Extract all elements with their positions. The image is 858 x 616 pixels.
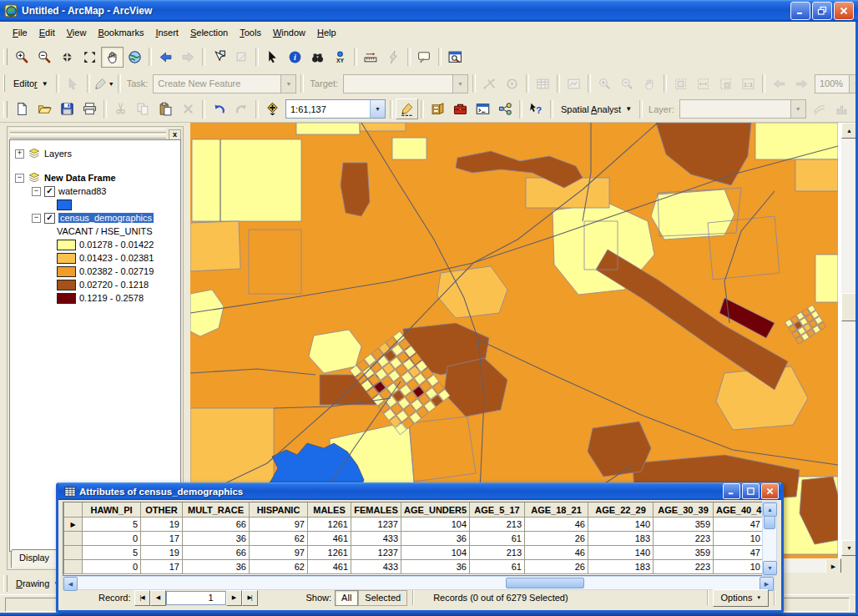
cell[interactable]: 461	[308, 532, 351, 546]
cell[interactable]: 26	[525, 532, 588, 546]
cell[interactable]: 0	[83, 532, 141, 546]
fixed-zoom-out-button[interactable]	[78, 47, 101, 68]
symbol-swatch[interactable]	[57, 199, 72, 210]
toc-item-census-demographics[interactable]: −✓census_demographics	[10, 211, 180, 225]
cell[interactable]: 47	[714, 546, 764, 560]
cell[interactable]: 36	[183, 560, 250, 574]
cell[interactable]: 17	[141, 532, 183, 546]
cell[interactable]: 10	[714, 532, 764, 546]
modelbuilder-button[interactable]	[494, 98, 517, 119]
cell[interactable]: 1261	[308, 518, 351, 532]
row-selector[interactable]	[64, 532, 83, 546]
column-header-age-40-49[interactable]: AGE_40_49	[714, 502, 764, 518]
cell[interactable]: 213	[470, 546, 525, 560]
magnifier-window-button[interactable]	[444, 47, 467, 68]
menu-view[interactable]: View	[61, 24, 93, 41]
cell[interactable]: 433	[351, 532, 401, 546]
layer-checkbox[interactable]: ✓	[44, 213, 55, 224]
legend-item[interactable]: 0.01423 - 0.02381	[10, 251, 180, 265]
attr-maximize-button[interactable]	[742, 483, 760, 499]
cell[interactable]: 19	[141, 546, 183, 560]
arctoolbox-button[interactable]	[449, 98, 472, 119]
legend-item[interactable]: 0.02720 - 0.1218	[10, 278, 180, 291]
menu-selection[interactable]: Selection	[184, 24, 234, 41]
toc-item-new-data-frame[interactable]: −New Data Frame	[10, 171, 180, 184]
toc-grip[interactable]: x	[8, 129, 183, 140]
cell[interactable]: 183	[588, 532, 654, 546]
paste-button[interactable]	[154, 98, 177, 119]
layer-symbol-row[interactable]	[10, 198, 180, 211]
cell[interactable]: 223	[654, 532, 714, 546]
symbol-swatch[interactable]	[57, 293, 76, 304]
cell[interactable]: 140	[588, 546, 654, 560]
spatial-analyst-menu[interactable]: Spatial Analyst▼	[556, 102, 637, 117]
expand-box-icon[interactable]: −	[32, 187, 41, 196]
legend-item[interactable]: 0.02382 - 0.02719	[10, 265, 180, 278]
symbol-swatch[interactable]	[57, 280, 76, 290]
tab-display[interactable]: Display	[11, 549, 58, 568]
last-record-button[interactable]: ▶|	[242, 590, 258, 606]
menu-bookmarks[interactable]: Bookmarks	[92, 24, 149, 41]
expand-box-icon[interactable]: −	[15, 174, 24, 183]
new-map-button[interactable]	[11, 98, 33, 119]
cell[interactable]: 62	[250, 560, 308, 574]
legend-item[interactable]: 0.01278 - 0.01422	[10, 238, 180, 251]
cell[interactable]: 359	[654, 546, 714, 560]
close-button[interactable]	[834, 2, 854, 20]
expand-box-icon[interactable]: +	[15, 149, 24, 159]
cell[interactable]: 66	[183, 518, 250, 532]
cell[interactable]: 0	[83, 560, 141, 574]
editor-toolbar-toggle-button[interactable]	[396, 98, 418, 119]
cell[interactable]: 46	[525, 518, 588, 532]
go-to-xy-button[interactable]: XY	[329, 47, 351, 68]
identify-button[interactable]: i	[284, 47, 306, 68]
menu-tools[interactable]: Tools	[234, 24, 267, 41]
save-button[interactable]	[56, 98, 78, 119]
attr-hscroll-thumb[interactable]	[506, 578, 584, 588]
fixed-zoom-in-button[interactable]	[56, 47, 78, 68]
column-header-mult-race[interactable]: MULT_RACE	[183, 502, 250, 518]
row-selector[interactable]: ▶	[64, 518, 83, 532]
cell[interactable]: 104	[401, 518, 470, 532]
previous-record-button[interactable]: ◀	[150, 590, 166, 606]
menu-help[interactable]: Help	[311, 24, 342, 41]
options-button[interactable]: Options ▾	[713, 589, 769, 607]
expand-box-icon[interactable]: −	[32, 214, 41, 223]
column-header-age-under5[interactable]: AGE_UNDER5	[401, 502, 470, 518]
attr-scroll-down-button[interactable]: ▼	[763, 561, 777, 575]
cell[interactable]: 433	[351, 560, 401, 574]
restore-button[interactable]	[812, 2, 832, 20]
cell[interactable]: 5	[83, 546, 141, 560]
whats-this-button[interactable]: ?	[525, 98, 548, 119]
scale-combo[interactable]: 1:61,137▼	[285, 99, 386, 119]
full-extent-button[interactable]	[124, 47, 146, 68]
cell[interactable]: 10	[714, 560, 764, 574]
pan-button[interactable]	[101, 47, 124, 68]
editor-menu[interactable]: Editor▼	[8, 76, 53, 91]
toc-item-waternad83[interactable]: −✓waternad83	[10, 184, 180, 198]
select-features-button[interactable]	[208, 47, 230, 68]
attr-minimize-button[interactable]	[723, 483, 740, 499]
symbol-swatch[interactable]	[57, 253, 76, 264]
cell[interactable]: 36	[401, 532, 470, 546]
attr-vscroll-thumb[interactable]	[764, 516, 775, 529]
attr-scroll-up-button[interactable]: ▲	[763, 502, 777, 517]
record-number-field[interactable]: 1	[166, 591, 226, 605]
find-button[interactable]	[306, 47, 329, 68]
show-all-button[interactable]: All	[335, 590, 358, 606]
column-header-age-22-29[interactable]: AGE_22_29	[588, 502, 654, 518]
layer-checkbox[interactable]: ✓	[44, 186, 55, 197]
column-header-age-30-39[interactable]: AGE_30_39	[654, 502, 714, 518]
row-selector[interactable]	[64, 546, 83, 560]
back-arrow-button[interactable]	[154, 47, 177, 68]
arccatalog-button[interactable]	[426, 98, 449, 119]
cell[interactable]: 183	[588, 560, 654, 574]
next-record-button[interactable]: ▶	[226, 590, 242, 606]
cell[interactable]: 5	[83, 518, 141, 532]
scale-combo-dropdown-button[interactable]: ▼	[370, 100, 385, 118]
column-header-hawn-pi[interactable]: HAWN_PI	[83, 502, 141, 518]
cell[interactable]: 223	[654, 560, 714, 574]
column-header-males[interactable]: MALES	[308, 502, 351, 518]
cell[interactable]: 47	[714, 518, 764, 532]
cell[interactable]: 97	[250, 518, 308, 532]
